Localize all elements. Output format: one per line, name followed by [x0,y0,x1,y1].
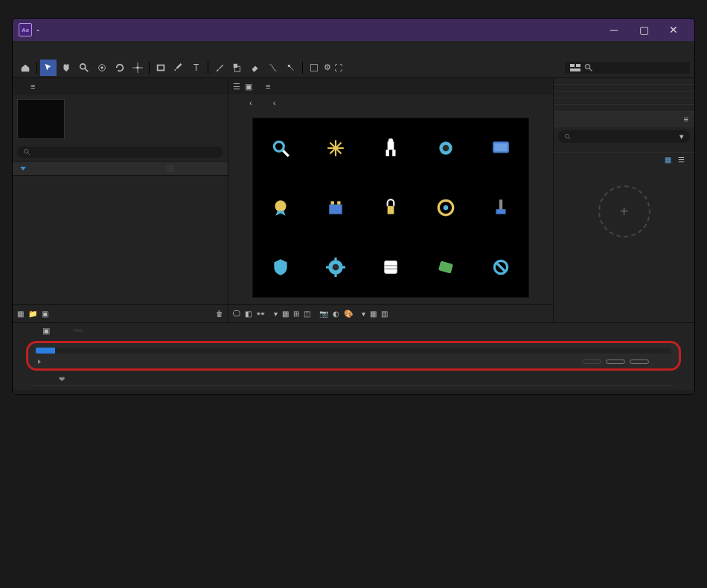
svg-rect-37 [337,201,340,204]
mask-icon[interactable]: 👓 [256,310,265,318]
render-queue-table: ❤ [13,374,694,390]
project-tree[interactable] [13,176,228,304]
svg-point-29 [388,138,394,144]
rotate-tool-icon[interactable] [112,60,128,76]
guides-icon[interactable]: ⊞ [293,310,299,318]
search-icon [584,63,593,72]
flowchart-icon[interactable]: ☰ [233,82,240,92]
svg-rect-52 [438,261,453,273]
svg-rect-33 [494,144,507,152]
svg-line-1 [85,68,88,71]
svg-rect-38 [388,206,394,214]
monitor-icon[interactable]: 🖵 [233,310,240,318]
search-icon [564,133,572,141]
stop-button[interactable] [606,359,625,364]
color-mgmt-icon[interactable]: 🎨 [344,310,353,318]
app-title: - [36,25,39,35]
orbit-tool-icon[interactable] [94,60,110,76]
flowchart-icon[interactable]: ▣ [42,326,50,336]
tree-header [13,161,228,176]
channel-icon[interactable]: ◐ [333,310,339,318]
menu-file[interactable] [19,48,28,51]
menu-help[interactable] [114,48,123,51]
rect-tool-icon[interactable] [153,60,169,76]
brush-tool-icon[interactable] [211,60,228,76]
library-search-input[interactable] [575,132,676,141]
svg-line-19 [28,153,30,155]
view-layout-icon[interactable]: ▥ [381,310,388,318]
panel-libraries[interactable]: ≡ [554,112,694,127]
safe-zones-icon[interactable]: ◫ [304,310,310,318]
list-view-icon[interactable]: ☰ [678,156,688,166]
clone-tool-icon[interactable] [229,60,246,76]
panel-align[interactable] [554,105,694,112]
toolbar: T ⚙⛶ [13,57,694,78]
svg-point-18 [24,149,28,153]
close-button[interactable]: ✕ [659,19,688,41]
menu-edit[interactable] [31,48,39,51]
comp-canvas[interactable] [228,111,553,304]
menu-view[interactable] [90,48,99,51]
crumb-book01[interactable] [283,101,289,104]
panel-audio[interactable] [554,85,694,92]
panel-info[interactable] [554,78,694,85]
zoom-tool-icon[interactable] [76,60,92,76]
snap-toggle[interactable]: ⚙⛶ [306,63,347,72]
library-body: + [554,169,694,322]
svg-line-56 [569,137,571,139]
help-search-input[interactable] [596,63,685,72]
new-comp-icon[interactable]: ▣ [42,310,48,318]
roto-tool-icon[interactable] [265,60,281,76]
tab-project[interactable] [17,85,26,88]
selection-tool-icon[interactable] [40,60,57,76]
menu-animation[interactable] [78,48,87,51]
menu-layer[interactable] [54,48,63,51]
library-mylib[interactable] [554,146,694,153]
comp-stage [253,118,528,297]
tab-render-queue[interactable] [74,329,83,332]
toggle-alpha-icon[interactable]: ◧ [245,310,252,318]
menubar [13,41,694,57]
grid-view-icon[interactable]: ▦ [665,156,675,166]
svg-rect-7 [158,65,164,70]
menu-effect[interactable] [66,48,75,51]
puppet-tool-icon[interactable] [283,60,299,76]
menu-window[interactable] [102,48,111,51]
new-folder-icon[interactable]: 📁 [28,310,37,318]
panel-preview[interactable] [554,92,694,98]
maximize-button[interactable]: ▢ [629,19,659,41]
resolution-icon[interactable]: ▦ [282,310,289,318]
tab-effect-controls[interactable] [39,85,48,88]
minimize-button[interactable]: ─ [599,19,629,41]
panel-effects[interactable] [554,98,694,105]
eraser-tool-icon[interactable] [247,60,263,76]
svg-rect-15 [570,68,580,71]
project-footer: ▦ 📁 ▣ 🗑 [13,304,228,322]
hand-tool-icon[interactable] [58,60,74,76]
crumb-final2[interactable] [236,101,242,104]
interpret-icon[interactable]: ▦ [17,310,24,318]
pause-button[interactable] [630,359,649,364]
workspace-icon [569,63,581,72]
add-asset-icon[interactable]: + [598,185,650,237]
library-search[interactable]: ▾ [558,130,690,143]
text-tool-icon[interactable]: T [188,60,205,76]
svg-point-20 [274,141,284,151]
svg-rect-35 [329,205,342,214]
svg-rect-14 [576,64,580,67]
help-search[interactable] [565,62,690,74]
comp-panel-header: ☰ ▣ ≡ [228,78,553,95]
pen-tool-icon[interactable] [170,60,187,76]
project-search[interactable] [17,147,223,158]
menu-composition[interactable] [42,48,51,51]
tab-final2[interactable] [57,329,66,332]
3d-view-icon[interactable]: ▦ [370,310,377,318]
home-icon[interactable] [17,60,33,76]
comp-icon: ▣ [245,82,252,92]
project-thumbnail [17,99,65,139]
anchor-tool-icon[interactable] [129,60,146,76]
snapshot-icon[interactable]: 📷 [319,310,328,318]
crumb-final[interactable] [260,101,266,104]
svg-point-55 [565,134,569,138]
trash-icon[interactable]: 🗑 [216,310,223,318]
